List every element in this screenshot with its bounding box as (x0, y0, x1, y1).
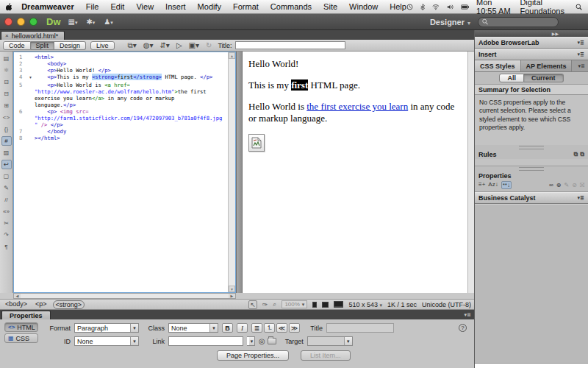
tag-chip-body[interactable]: <body> (3, 300, 29, 309)
menu-dreamweaver[interactable]: Dreamweaver (21, 2, 74, 11)
business-catalyst-panel-header[interactable]: Business Catalyst▾≣ (475, 192, 588, 204)
app-search-input[interactable] (488, 18, 554, 26)
window-minimize-button[interactable] (17, 18, 25, 26)
design-vertical-scrollbar[interactable] (467, 52, 474, 299)
zoom-level-dropdown[interactable]: 100%▾ (282, 300, 307, 308)
design-view-button[interactable]: Design (54, 41, 86, 50)
design-link[interactable]: the first exercise you learn (306, 101, 408, 112)
bold-button[interactable]: B (222, 323, 233, 333)
format-dropdown[interactable]: Paragraph▼ (74, 323, 139, 333)
split-view-divider[interactable] (236, 52, 243, 299)
link-dropdown-icon[interactable]: ▼ (247, 336, 255, 346)
tablet-size-icon[interactable] (322, 302, 329, 308)
design-paragraph-1[interactable]: Hello World! (248, 58, 462, 70)
remove-comment-icon[interactable]: // (1, 195, 12, 205)
menu-window[interactable]: Window (349, 2, 378, 11)
volume-icon[interactable] (447, 3, 453, 11)
select-parent-tag-icon[interactable]: <> (1, 113, 12, 122)
help-icon[interactable]: ? (459, 324, 467, 332)
point-to-file-icon[interactable]: ◎ (259, 337, 265, 345)
menu-commands[interactable]: Commands (270, 2, 312, 11)
show-inherited-icon[interactable]: ⧉ (580, 151, 584, 158)
class-dropdown[interactable]: None▼ (168, 323, 218, 333)
id-dropdown[interactable]: None▼ (74, 336, 139, 346)
layout-menu-icon[interactable]: ▦▾ (68, 18, 78, 26)
tag-chip-p[interactable]: <p> (33, 300, 49, 309)
show-category-view-icon[interactable]: ≡+ (478, 181, 485, 189)
tag-chip-strong[interactable]: <strong> (53, 300, 85, 309)
code-vertical-scrollbar[interactable]: ▲ ▼ (228, 52, 235, 292)
file-management-icon[interactable]: ⇵▾ (159, 41, 169, 50)
show-cascade-icon[interactable]: ⧉ (574, 151, 578, 158)
code-view-button[interactable]: Code (3, 41, 31, 50)
menu-format[interactable]: Format (233, 2, 259, 11)
browserlab-panel-header[interactable]: Adobe BrowserLab▾≣ (475, 37, 588, 49)
menu-user-name[interactable]: Digital Foundations (520, 0, 568, 15)
highlight-invalid-code-icon[interactable]: ▨ (1, 148, 12, 158)
multiscreen-preview-icon[interactable]: ⧉▾ (128, 41, 137, 50)
new-css-rule-icon[interactable]: ⊕ (556, 182, 562, 189)
blockquote-indent-icon[interactable]: ≫ (289, 323, 300, 333)
menu-site[interactable]: Site (323, 2, 337, 11)
apple-logo-icon[interactable] (6, 1, 12, 12)
visual-aids-icon[interactable]: ▣▾ (189, 41, 199, 50)
document-tab[interactable]: × helloworld.html* (1, 31, 65, 40)
move-css-rule-icon[interactable]: ↷ (1, 230, 12, 240)
mobile-size-icon[interactable] (312, 302, 317, 308)
show-set-properties-icon[interactable]: **↓ (501, 181, 512, 189)
disable-css-property-icon[interactable]: ⊘ (572, 182, 577, 189)
broken-image-icon[interactable] (248, 134, 265, 152)
site-menu-icon[interactable]: ♟▾ (104, 18, 112, 26)
wrap-tag-icon[interactable]: «» (1, 207, 12, 216)
apply-comment-icon[interactable]: ✎ (1, 183, 12, 193)
panel-menu-icon[interactable]: ▾≣ (578, 195, 584, 201)
panel-resize-gripper[interactable] (475, 145, 588, 149)
menu-insert[interactable]: Insert (165, 2, 186, 11)
format-source-code-icon[interactable]: ¶ (1, 242, 12, 252)
zoom-tool-icon[interactable]: ⌕ (273, 300, 276, 308)
panel-menu-icon[interactable]: ▾≣ (578, 63, 585, 69)
delete-css-rule-icon[interactable]: ⛝ (580, 182, 584, 189)
menu-view[interactable]: View (136, 2, 154, 11)
app-search-box[interactable] (478, 17, 559, 27)
menu-file[interactable]: File (86, 2, 99, 11)
word-wrap-icon[interactable]: ↩ (1, 160, 12, 169)
selected-word[interactable]: first (291, 79, 308, 91)
code-view[interactable]: 1<html>2 <body>3 <p>Hello World! </p>4▼ … (13, 52, 236, 293)
code-horizontal-scrollbar[interactable]: ◀ ▶ (13, 293, 236, 299)
collapse-full-tag-icon[interactable]: ⊟ (1, 77, 12, 87)
browse-folder-icon[interactable] (268, 338, 276, 344)
page-properties-button[interactable]: Page Properties... (217, 350, 289, 361)
tab-ap-elements[interactable]: AP Elements (521, 60, 573, 71)
unordered-list-icon[interactable]: ≣ (251, 323, 262, 333)
scroll-down-icon[interactable]: ▼ (229, 286, 235, 292)
window-zoom-button[interactable] (29, 18, 37, 26)
collapse-dock-icon[interactable]: ▶▶ (552, 31, 559, 36)
menu-help[interactable]: Help (390, 2, 406, 11)
css-mode-button[interactable]: ▦CSS (4, 333, 38, 343)
open-documents-icon[interactable]: ▤ (1, 54, 12, 63)
syntax-error-alerts-icon[interactable]: ▢ (1, 171, 12, 181)
scroll-up-icon[interactable]: ▲ (229, 52, 235, 59)
attach-style-sheet-icon[interactable]: ∞ (549, 182, 553, 189)
preview-in-browser-icon[interactable]: ◍▾ (143, 41, 154, 50)
collapse-selection-icon[interactable]: ⊟ (1, 89, 12, 99)
extend-menu-icon[interactable]: ✱▾ (86, 18, 95, 26)
close-tab-icon[interactable]: × (5, 32, 9, 39)
scroll-right-icon[interactable]: ▶ (229, 294, 235, 298)
link-field[interactable] (168, 336, 243, 346)
line-numbers-icon[interactable]: # (1, 136, 12, 146)
design-paragraph-3[interactable]: Hello World is the first exercise you le… (248, 101, 462, 124)
html-mode-button[interactable]: <>HTML (4, 322, 38, 332)
check-browser-compatibility-icon[interactable]: ▷ (176, 41, 182, 50)
live-view-button[interactable]: Live (90, 41, 115, 50)
show-list-view-icon[interactable]: Az↓ (488, 181, 498, 189)
panel-menu-icon[interactable]: ▾≣ (578, 52, 584, 57)
hand-tool-icon[interactable]: ✑ (262, 301, 268, 308)
time-machine-icon[interactable] (406, 2, 413, 12)
recent-snippets-icon[interactable]: ✂ (1, 219, 12, 228)
spotlight-icon[interactable] (576, 2, 582, 12)
workspace-switcher[interactable]: Designer▾ (430, 18, 470, 26)
edit-rule-icon[interactable]: ✎ (564, 182, 570, 189)
wifi-icon[interactable] (432, 3, 440, 11)
